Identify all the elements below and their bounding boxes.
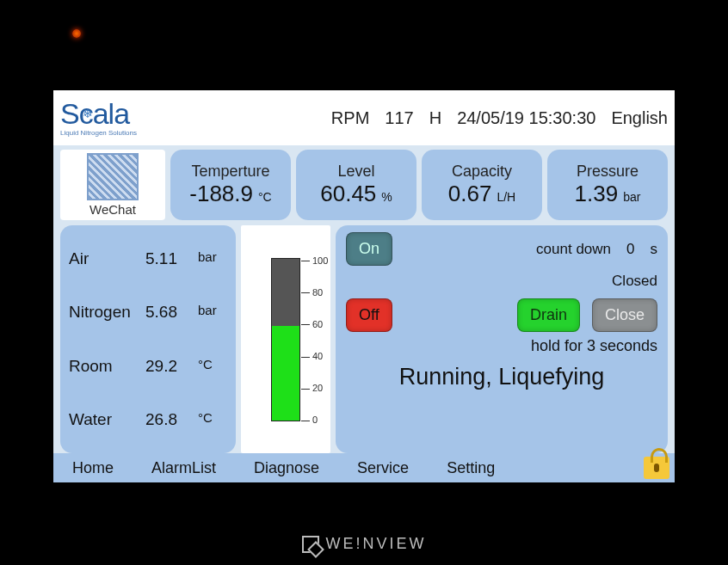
gauge-fill [272,326,299,420]
drain-button[interactable]: Drain [517,298,580,332]
bottom-nav: Home AlarmList Diagnose Service Setting [53,453,675,482]
rpm-value: 117 [385,108,413,128]
system-status: Running, Liquefying [346,364,657,390]
nav-diagnose[interactable]: Diagnose [235,459,338,477]
brand-tagline: Liquid Nitrogen Solutions [60,130,137,137]
nav-setting[interactable]: Setting [428,459,514,477]
sensor-row: Nitrogen 5.68 bar [69,303,227,322]
metric-level: Level 60.45 % [296,150,416,220]
pressure-value: 1.39 [575,181,619,207]
hold-hint: hold for 3 seconds [346,337,657,355]
metric-capacity: Capacity 0.67 L/H [422,150,542,220]
level-value: 60.45 [320,181,376,207]
nav-service[interactable]: Service [338,459,428,477]
device-brand: WE!NVIEW [0,535,728,553]
datetime: 24/05/19 15:30:30 [457,108,595,128]
close-button[interactable]: Close [592,298,657,332]
controls-panel: On count down 0 s Closed Off Drain Close [336,225,668,453]
hmi-screen: Scala Liquid Nitrogen Solutions RPM 117 … [53,90,675,482]
metric-pressure: Pressure 1.39 bar [547,150,668,220]
countdown-unit: s [651,241,658,258]
wechat-label: WeChat [89,202,136,217]
metric-temperature: Temperture -188.9 °C [170,150,291,220]
valve-state: Closed [612,273,657,290]
wechat-panel: WeChat [60,150,165,220]
capacity-value: 0.67 [448,181,492,207]
countdown-label: count down [536,241,611,258]
nav-alarm[interactable]: AlarmList [133,459,235,477]
off-button[interactable]: Off [346,298,392,332]
brand-logo: Scala Liquid Nitrogen Solutions [60,99,137,137]
qr-code-icon [87,153,139,200]
power-led-icon [72,29,81,38]
nav-home[interactable]: Home [53,459,133,477]
top-bar: Scala Liquid Nitrogen Solutions RPM 117 … [53,90,675,145]
on-button[interactable]: On [346,232,392,266]
lock-icon[interactable] [644,457,669,479]
countdown-value: 0 [626,241,634,258]
sensor-row: Room 29.2 °C [69,357,227,376]
rpm-label: RPM [331,108,369,128]
temperature-value: -188.9 [189,181,253,207]
sensors-panel: Air 5.11 bar Nitrogen 5.68 bar Room 29.2… [60,225,236,453]
sensor-row: Water 26.8 °C [69,410,227,429]
language-selector[interactable]: English [611,108,668,128]
touch-icon [302,536,319,553]
sensor-row: Air 5.11 bar [69,249,227,268]
rpm-unit: H [429,108,441,128]
gauge-ticks: 100 80 60 40 20 0 [301,255,336,426]
level-gauge: 100 80 60 40 20 0 [241,225,330,453]
